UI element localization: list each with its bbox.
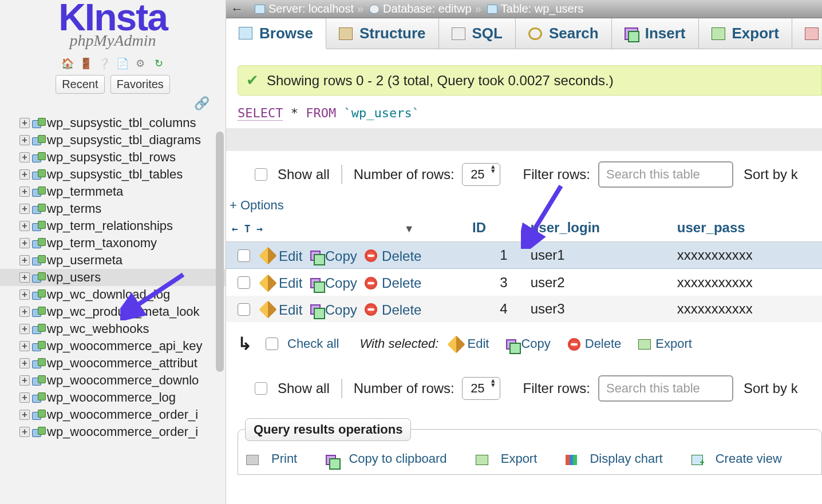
expand-icon[interactable]: + bbox=[19, 375, 30, 386]
logout-icon[interactable]: 🚪 bbox=[80, 58, 91, 69]
tree-item-wp_termmeta[interactable]: +wp_termmeta bbox=[0, 183, 226, 200]
tab-search[interactable]: Search bbox=[516, 18, 612, 49]
tree-item-wp_supsystic_tbl_tables[interactable]: +wp_supsystic_tbl_tables bbox=[0, 166, 226, 183]
expand-icon[interactable]: + bbox=[19, 135, 30, 145]
row-checkbox[interactable] bbox=[238, 276, 250, 289]
tab-browse[interactable]: Browse bbox=[226, 18, 326, 49]
options-link[interactable]: + Options bbox=[230, 198, 822, 213]
col-user-pass[interactable]: user_pass bbox=[666, 216, 822, 242]
expand-icon[interactable]: + bbox=[19, 221, 30, 231]
tree-item-wp_supsystic_tbl_rows[interactable]: +wp_supsystic_tbl_rows bbox=[0, 149, 226, 166]
row-delete[interactable]: Delete bbox=[365, 301, 421, 316]
show-all-checkbox[interactable] bbox=[255, 168, 267, 181]
show-all-checkbox-2[interactable] bbox=[255, 382, 267, 395]
tree-item-wp_wc_download_log[interactable]: +wp_wc_download_log bbox=[0, 286, 226, 303]
num-rows-select-2[interactable]: 25 bbox=[462, 377, 500, 400]
sidebar-toolbar: 🏠 🚪 ❔ 📄 ⚙ ↻ bbox=[0, 55, 226, 70]
tree-item-wp_woocommerce_api_key[interactable]: +wp_woocommerce_api_key bbox=[0, 338, 226, 355]
expand-icon[interactable]: + bbox=[19, 358, 30, 368]
bulk-edit[interactable]: Edit bbox=[450, 336, 489, 351]
search-input[interactable]: Search this table bbox=[598, 161, 733, 188]
reload-icon[interactable]: ↻ bbox=[153, 58, 164, 69]
row-copy[interactable]: Copy bbox=[310, 247, 357, 263]
tree-item-wp_woocommerce_downlo[interactable]: +wp_woocommerce_downlo bbox=[0, 372, 226, 389]
docs-icon[interactable]: 📄 bbox=[116, 58, 128, 69]
scrollbar-thumb[interactable] bbox=[216, 132, 224, 372]
col-user-login[interactable]: user_login bbox=[519, 216, 666, 242]
tab-structure[interactable]: Structure bbox=[326, 18, 439, 49]
crumb-db-value[interactable]: editwp bbox=[438, 2, 472, 15]
tree-item-wp_term_relationships[interactable]: +wp_term_relationships bbox=[0, 217, 226, 235]
expand-icon[interactable]: + bbox=[19, 272, 30, 283]
table-icon bbox=[32, 324, 44, 334]
expand-icon[interactable]: + bbox=[19, 169, 30, 180]
row-checkbox[interactable] bbox=[238, 303, 250, 316]
expand-icon[interactable]: + bbox=[19, 427, 30, 437]
op-copy-clipboard[interactable]: Copy to clipboard bbox=[326, 451, 459, 466]
row-copy[interactable]: Copy bbox=[310, 301, 357, 316]
tree-item-wp_term_taxonomy[interactable]: +wp_term_taxonomy bbox=[0, 235, 226, 252]
op-print[interactable]: Print bbox=[246, 451, 310, 466]
col-id[interactable]: ID bbox=[461, 216, 519, 242]
op-create-view[interactable]: Create view bbox=[691, 451, 795, 466]
op-display-chart[interactable]: Display chart bbox=[566, 451, 675, 466]
pencil-icon bbox=[259, 301, 276, 319]
tree-item-wp_terms[interactable]: +wp_terms bbox=[0, 200, 226, 217]
help-icon[interactable]: ❔ bbox=[98, 58, 109, 69]
table-tree[interactable]: +wp_supsystic_tbl_columns+wp_supsystic_t… bbox=[0, 114, 226, 440]
expand-icon[interactable]: + bbox=[19, 307, 30, 317]
expand-icon[interactable]: + bbox=[19, 255, 30, 265]
nav-arrows-icon[interactable]: ← T → bbox=[232, 223, 263, 235]
tree-item-wp_woocommerce_attribut[interactable]: +wp_woocommerce_attribut bbox=[0, 355, 226, 372]
tree-item-wp_woocommerce_log[interactable]: +wp_woocommerce_log bbox=[0, 389, 226, 406]
bulk-copy[interactable]: Copy bbox=[506, 336, 550, 351]
op-export[interactable]: Export bbox=[476, 451, 550, 466]
row-edit[interactable]: Edit bbox=[262, 274, 302, 289]
tree-item-wp_usermeta[interactable]: +wp_usermeta bbox=[0, 252, 226, 269]
settings-icon[interactable]: ⚙ bbox=[135, 58, 146, 69]
row-checkbox[interactable] bbox=[238, 249, 250, 262]
sort-indicator-icon[interactable]: ▼ bbox=[404, 223, 414, 235]
export-icon bbox=[476, 455, 488, 465]
expand-icon[interactable]: + bbox=[19, 118, 30, 128]
expand-icon[interactable]: + bbox=[19, 341, 30, 351]
tab-insert[interactable]: Insert bbox=[612, 18, 699, 49]
tree-item-wp_users[interactable]: +wp_users bbox=[0, 269, 226, 286]
tree-item-wp_supsystic_tbl_columns[interactable]: +wp_supsystic_tbl_columns bbox=[0, 114, 226, 132]
tree-item-wp_woocommerce_order_i[interactable]: +wp_woocommerce_order_i bbox=[0, 406, 226, 423]
home-icon[interactable]: 🏠 bbox=[61, 58, 73, 69]
crumb-table-value[interactable]: wp_users bbox=[535, 2, 584, 15]
bulk-delete[interactable]: Delete bbox=[568, 336, 622, 351]
row-copy[interactable]: Copy bbox=[310, 274, 357, 289]
expand-icon[interactable]: + bbox=[19, 238, 30, 248]
check-all-link[interactable]: Check all bbox=[287, 336, 339, 351]
check-all-checkbox[interactable] bbox=[266, 338, 278, 350]
expand-icon[interactable]: + bbox=[19, 324, 30, 334]
favorites-button[interactable]: Favorites bbox=[110, 75, 170, 94]
expand-icon[interactable]: + bbox=[19, 410, 30, 420]
expand-icon[interactable]: + bbox=[19, 289, 30, 300]
expand-icon[interactable]: + bbox=[19, 392, 30, 403]
link-icon[interactable]: 🔗 bbox=[194, 96, 210, 110]
num-rows-select[interactable]: 25 bbox=[462, 163, 500, 186]
row-delete[interactable]: Delete bbox=[365, 247, 421, 263]
tree-item-wp_wc_webhooks[interactable]: +wp_wc_webhooks bbox=[0, 320, 226, 338]
tree-item-wp_wc_product_meta_look[interactable]: +wp_wc_product_meta_look bbox=[0, 303, 226, 320]
expand-icon[interactable]: + bbox=[19, 204, 30, 214]
row-edit[interactable]: Edit bbox=[262, 301, 302, 316]
back-arrow-icon[interactable]: ← bbox=[231, 2, 243, 17]
recent-button[interactable]: Recent bbox=[56, 75, 104, 94]
row-delete[interactable]: Delete bbox=[365, 274, 421, 289]
tab-export[interactable]: Export bbox=[699, 18, 792, 49]
bulk-export[interactable]: Export bbox=[638, 336, 692, 351]
row-edit[interactable]: Edit bbox=[262, 247, 302, 263]
expand-icon[interactable]: + bbox=[19, 186, 30, 197]
tree-item-wp_supsystic_tbl_diagrams[interactable]: +wp_supsystic_tbl_diagrams bbox=[0, 132, 226, 149]
tab-import[interactable]: Imp bbox=[792, 18, 822, 49]
expand-icon[interactable]: + bbox=[19, 152, 30, 162]
crumb-server-value[interactable]: localhost bbox=[309, 2, 354, 15]
tree-item-wp_woocommerce_order_i[interactable]: +wp_woocommerce_order_i bbox=[0, 423, 226, 440]
tab-sql[interactable]: SQL bbox=[439, 18, 516, 49]
cell-user-login: user2 bbox=[519, 269, 666, 296]
search-input-2[interactable]: Search this table bbox=[598, 375, 733, 402]
